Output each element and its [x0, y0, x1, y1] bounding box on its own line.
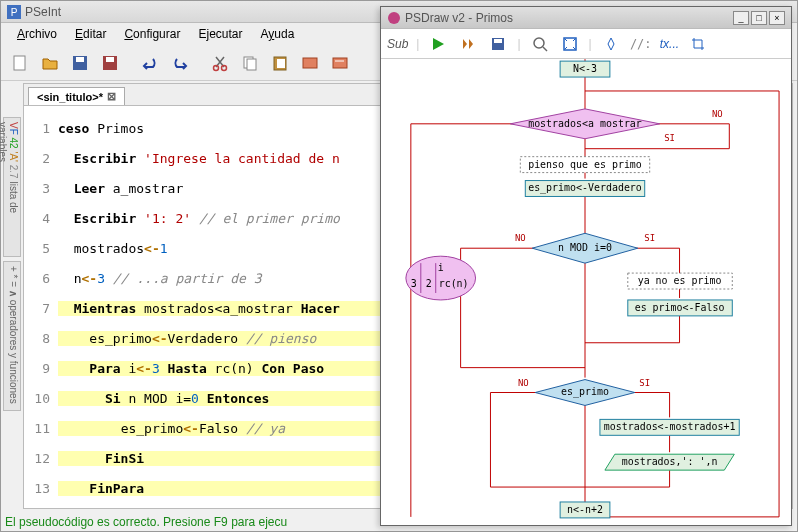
svg-text:n<-n+2: n<-n+2	[567, 504, 603, 515]
svg-text:es_primo: es_primo	[561, 387, 609, 399]
svg-text:es_primo<-Verdadero: es_primo<-Verdadero	[528, 183, 642, 195]
svg-text:SI: SI	[664, 133, 675, 143]
svg-text:N<-3: N<-3	[573, 63, 597, 74]
sub-button[interactable]: Sub	[387, 37, 408, 51]
save-flow-icon[interactable]	[487, 33, 509, 55]
close-icon[interactable]: ×	[769, 11, 785, 25]
tool-icon-1[interactable]	[297, 50, 323, 76]
svg-rect-18	[494, 39, 502, 43]
side-tab-variables[interactable]: VF 42 'A' 2.7 lista de variables	[3, 117, 21, 257]
menu-editar[interactable]: Editar	[67, 25, 114, 43]
svg-rect-10	[247, 59, 256, 70]
svg-rect-2	[14, 56, 25, 70]
crop-icon[interactable]	[687, 33, 709, 55]
tool-icon-2[interactable]	[327, 50, 353, 76]
maximize-icon[interactable]: □	[751, 11, 767, 25]
svg-point-16	[388, 12, 400, 24]
main-title: PSeInt	[25, 5, 61, 19]
status-bar: El pseudocódigo es correcto. Presione F9…	[5, 515, 287, 529]
fit-icon[interactable]	[559, 33, 581, 55]
tx-button[interactable]: tx...	[660, 37, 679, 51]
svg-text:n MOD i=0: n MOD i=0	[558, 242, 612, 253]
play-icon[interactable]	[427, 33, 449, 55]
psdraw-toolbar: Sub | | | //: tx...	[381, 29, 791, 59]
svg-text:i: i	[438, 262, 444, 273]
copy-icon[interactable]	[237, 50, 263, 76]
undo-icon[interactable]	[137, 50, 163, 76]
svg-point-8	[222, 65, 227, 70]
svg-text:NO: NO	[518, 378, 529, 388]
save-icon[interactable]	[67, 50, 93, 76]
svg-point-19	[534, 38, 544, 48]
open-icon[interactable]	[37, 50, 63, 76]
psdraw-title: PSDraw v2 - Primos	[405, 11, 513, 25]
svg-line-20	[543, 47, 547, 51]
svg-text:NO: NO	[712, 109, 723, 119]
svg-text:es primo<-Falso: es primo<-Falso	[635, 302, 725, 313]
svg-point-7	[214, 65, 219, 70]
svg-rect-6	[106, 57, 114, 62]
psdraw-titlebar[interactable]: PSDraw v2 - Primos _ □ ×	[381, 7, 791, 29]
paste-icon[interactable]	[267, 50, 293, 76]
editor-tab-active[interactable]: <sin_titulo>* ⊠	[28, 87, 125, 105]
style-icon[interactable]	[600, 33, 622, 55]
svg-text:NO: NO	[515, 233, 526, 243]
menu-ejecutar[interactable]: Ejecutar	[190, 25, 250, 43]
svg-rect-13	[303, 58, 317, 68]
svg-text:SI: SI	[644, 233, 655, 243]
side-tab-operators[interactable]: + * = ∧ operadores y funciones	[3, 261, 21, 411]
svg-text:mostrados,': ',n: mostrados,': ',n	[622, 456, 718, 467]
svg-text:rc(n): rc(n)	[439, 278, 469, 289]
svg-text:mostrados<-mostrados+1: mostrados<-mostrados+1	[604, 421, 736, 432]
tab-label: <sin_titulo>*	[37, 91, 103, 103]
step-icon[interactable]	[457, 33, 479, 55]
svg-text:P: P	[11, 7, 18, 18]
svg-rect-14	[333, 58, 347, 68]
svg-text:pienso que es primo: pienso que es primo	[528, 159, 642, 170]
psdraw-window: PSDraw v2 - Primos _ □ × Sub | | | //: t…	[380, 6, 792, 526]
cut-icon[interactable]	[207, 50, 233, 76]
new-icon[interactable]	[7, 50, 33, 76]
redo-icon[interactable]	[167, 50, 193, 76]
minimize-icon[interactable]: _	[733, 11, 749, 25]
svg-text:mostrados<a mostrar: mostrados<a mostrar	[528, 118, 642, 129]
svg-rect-4	[76, 57, 84, 62]
zoom-icon[interactable]	[529, 33, 551, 55]
menu-configurar[interactable]: Configurar	[116, 25, 188, 43]
app-icon: P	[7, 5, 21, 19]
svg-text:ya no es primo: ya no es primo	[638, 275, 722, 286]
svg-text:SI: SI	[639, 378, 650, 388]
psdraw-canvas[interactable]: N<-3 mostrados<a mostrar NO SI pienso qu…	[381, 59, 791, 525]
comment-icon[interactable]: //:	[630, 33, 652, 55]
tab-close-icon[interactable]: ⊠	[107, 90, 116, 103]
svg-text:2: 2	[426, 278, 432, 289]
svg-text:3: 3	[411, 278, 417, 289]
svg-rect-12	[277, 59, 285, 68]
menu-archivo[interactable]: Archivo	[9, 25, 65, 43]
menu-ayuda[interactable]: Ayuda	[252, 25, 302, 43]
psdraw-app-icon	[387, 11, 401, 25]
saveas-icon[interactable]	[97, 50, 123, 76]
